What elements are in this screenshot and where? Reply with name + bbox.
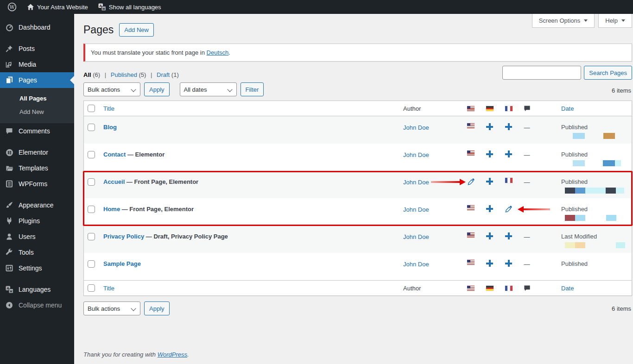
plug-icon [5, 217, 14, 225]
add-translation-icon[interactable] [486, 205, 493, 212]
sidebar-item-wpforms[interactable]: WPForms [0, 176, 74, 192]
svg-text:ж: ж [102, 6, 105, 11]
media-icon [5, 61, 14, 68]
sidebar-item-appearance[interactable]: Appearance [0, 197, 74, 213]
sidebar-collapse-menu[interactable]: Collapse menu [0, 297, 74, 313]
bulk-actions-select-bottom[interactable]: Bulk actions [83, 301, 140, 315]
edit-translation-icon[interactable] [467, 178, 475, 186]
us-flag-icon[interactable] [467, 123, 475, 128]
apply-button-bottom[interactable]: Apply [144, 301, 170, 315]
redacted-date [561, 160, 632, 167]
screen-options-button[interactable]: Screen Options [532, 14, 595, 28]
deutsch-link[interactable]: Deutsch [207, 49, 229, 56]
us-flag-icon [467, 286, 475, 291]
sidebar-item-comments[interactable]: Comments [0, 123, 74, 139]
row-checkbox[interactable] [88, 151, 95, 158]
sidebar-item-plugins[interactable]: Plugins [0, 213, 74, 229]
add-translation-icon[interactable] [486, 232, 493, 239]
help-button[interactable]: Help [598, 14, 632, 28]
sidebar-item-posts[interactable]: Posts [0, 41, 74, 56]
sidebar-item-elementor[interactable]: Elementor [0, 144, 74, 160]
page-title-link[interactable]: Sample Page [103, 260, 141, 267]
view-draft-link[interactable]: Draft [157, 71, 170, 78]
sidebar-item-settings[interactable]: Settings [0, 260, 74, 276]
sliders-icon [5, 264, 14, 272]
edit-translation-icon[interactable] [505, 205, 513, 213]
france-flag-icon[interactable] [505, 178, 513, 183]
view-all-link[interactable]: All [83, 71, 91, 78]
add-translation-icon[interactable] [486, 123, 493, 130]
us-flag-icon[interactable] [467, 151, 475, 156]
apply-button[interactable]: Apply [144, 82, 170, 96]
table-row-home: Home — Front Page, Elementor John Doe — … [84, 198, 632, 226]
sidebar-item-tools[interactable]: Tools [0, 245, 74, 260]
table-row: Blog John Doe — Published [84, 116, 632, 144]
languages-icon: Aж [98, 3, 106, 11]
row-checkbox[interactable] [88, 260, 95, 268]
submenu-all-pages[interactable]: All Pages [0, 92, 74, 105]
add-translation-icon[interactable] [505, 123, 512, 130]
column-date[interactable]: Date [561, 105, 574, 112]
sidebar-item-media[interactable]: Media [0, 56, 74, 72]
row-checkbox[interactable] [88, 178, 95, 186]
help-label: Help [605, 17, 618, 24]
author-link[interactable]: John Doe [403, 151, 429, 158]
us-flag-icon[interactable] [467, 260, 475, 265]
page-title-link[interactable]: Privacy Policy [103, 233, 144, 240]
author-link[interactable]: John Doe [403, 261, 429, 268]
comments-dash: — [518, 226, 536, 253]
author-link[interactable]: John Doe [403, 124, 429, 131]
column-date[interactable]: Date [561, 285, 574, 292]
date-status: Published [561, 260, 588, 267]
author-link[interactable]: John Doe [403, 179, 429, 186]
wordpress-logo-menu[interactable]: W [4, 0, 20, 14]
filter-button[interactable]: Filter [241, 82, 264, 96]
page-title-link[interactable]: Blog [103, 124, 117, 131]
author-link[interactable]: John Doe [403, 233, 429, 240]
notice-text: You must translate your static front pag… [91, 49, 207, 56]
admin-footer: Thank you for creating with WordPress. [83, 351, 189, 358]
show-all-languages-menu[interactable]: Aж Show all languages [95, 0, 165, 14]
add-translation-icon[interactable] [505, 232, 512, 239]
sidebar-item-dashboard[interactable]: Dashboard [0, 19, 74, 35]
column-title[interactable]: Title [103, 105, 114, 112]
page-title-link[interactable]: Home [103, 206, 120, 213]
bulk-actions-select[interactable]: Bulk actions [83, 82, 140, 96]
sidebar-item-pages[interactable]: Pages [0, 72, 74, 88]
comments-icon [5, 127, 14, 135]
add-translation-icon[interactable] [505, 151, 512, 157]
view-published-link[interactable]: Published [111, 71, 137, 78]
select-all-checkbox[interactable] [88, 105, 95, 112]
france-flag-icon [505, 106, 513, 111]
author-link[interactable]: John Doe [403, 206, 429, 213]
search-input[interactable] [502, 66, 581, 80]
sidebar-item-languages[interactable]: Aж Languages [0, 282, 74, 297]
visit-site-link[interactable]: Your Astra Website [23, 0, 92, 14]
sidebar-item-users[interactable]: Users [0, 229, 74, 245]
wordpress-link[interactable]: WordPress [158, 351, 187, 358]
select-all-checkbox[interactable] [88, 284, 95, 292]
submenu-add-new[interactable]: Add New [0, 105, 74, 119]
row-checkbox[interactable] [88, 206, 95, 213]
us-flag-icon[interactable] [467, 232, 475, 238]
page-title-link[interactable]: Contact [103, 151, 126, 158]
add-translation-icon[interactable] [505, 260, 512, 267]
table-row: Sample Page John Doe — Published [84, 253, 632, 280]
sidebar-label: WPForms [19, 180, 47, 188]
add-new-button[interactable]: Add New [119, 23, 154, 37]
page-title-link[interactable]: Accueil [103, 178, 125, 185]
column-title[interactable]: Title [103, 285, 114, 292]
germany-flag-icon [486, 106, 494, 111]
search-pages-button[interactable]: Search Pages [584, 66, 632, 80]
pages-table: Title Author Date Blog John Doe — Publis… [83, 100, 632, 296]
redacted-date [561, 270, 632, 276]
row-checkbox[interactable] [88, 124, 95, 131]
row-checkbox[interactable] [88, 233, 95, 240]
sidebar-item-templates[interactable]: Templates [0, 160, 74, 176]
add-translation-icon[interactable] [486, 178, 493, 185]
us-flag-icon[interactable] [467, 205, 475, 210]
add-translation-icon[interactable] [486, 151, 493, 157]
all-dates-select[interactable]: All dates [180, 82, 237, 96]
add-translation-icon[interactable] [486, 260, 493, 267]
sidebar-label: Media [19, 61, 36, 68]
